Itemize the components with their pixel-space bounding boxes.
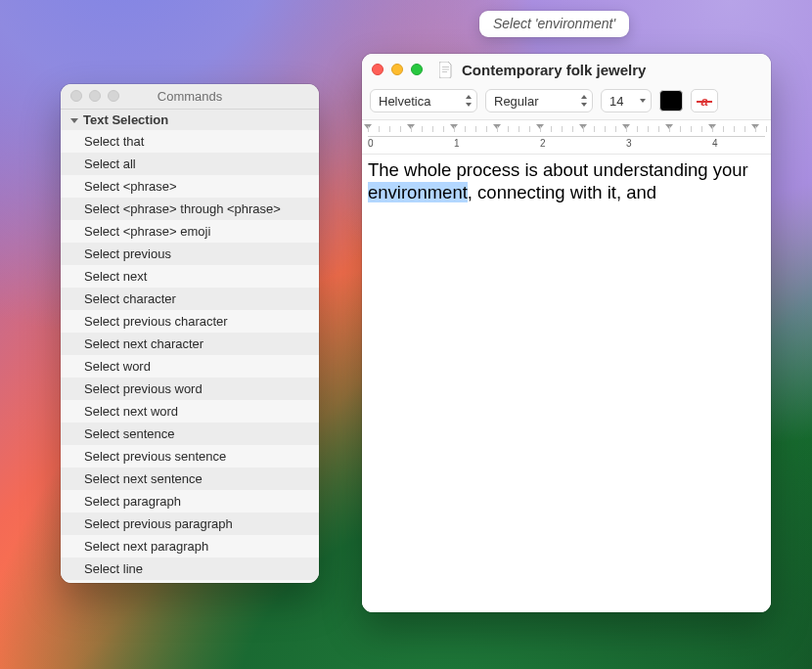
- document-text-after-selection: , connecting with it, and: [468, 182, 656, 202]
- command-row[interactable]: Select <phrase> emoji: [61, 220, 319, 243]
- font-family-value: Helvetica: [371, 94, 432, 109]
- ruler-label: 4: [712, 138, 718, 149]
- command-row[interactable]: Select next sentence: [61, 468, 319, 490]
- commands-section-title: Text Selection: [83, 112, 168, 127]
- siri-voice-text: Select 'environment': [493, 16, 615, 31]
- ruler-label: 2: [540, 138, 546, 149]
- zoom-icon[interactable]: [411, 64, 423, 75]
- font-style-value: Regular: [486, 94, 541, 109]
- svg-rect-2: [442, 71, 447, 72]
- minimize-icon[interactable]: [391, 64, 403, 75]
- command-row[interactable]: Select that: [61, 130, 319, 153]
- updown-arrows-icon: [576, 95, 592, 107]
- command-row[interactable]: Select previous word: [61, 378, 319, 400]
- command-row[interactable]: Select <phrase>: [61, 175, 319, 198]
- command-row[interactable]: Select previous line: [61, 580, 319, 583]
- close-icon[interactable]: [70, 90, 82, 102]
- command-row[interactable]: Select previous sentence: [61, 445, 319, 468]
- commands-titlebar[interactable]: Commands: [61, 84, 319, 110]
- traffic-lights-inactive: [70, 90, 119, 102]
- command-row[interactable]: Select next character: [61, 333, 319, 355]
- strikethrough-button[interactable]: a: [691, 89, 718, 112]
- font-size-value: 14: [602, 94, 625, 109]
- document-body[interactable]: The whole process is about understanding…: [362, 155, 771, 612]
- textedit-window: Contemporary folk jewelry Helvetica Regu…: [362, 54, 771, 612]
- command-row[interactable]: Select next word: [61, 400, 319, 423]
- textedit-titlebar[interactable]: Contemporary folk jewelry: [362, 54, 771, 85]
- commands-list: Select thatSelect allSelect <phrase>Sele…: [61, 130, 319, 583]
- strikethrough-glyph: a: [700, 94, 707, 109]
- minimize-icon[interactable]: [89, 90, 101, 102]
- textedit-ruler[interactable]: 01234: [362, 120, 771, 155]
- command-row[interactable]: Select sentence: [61, 423, 319, 445]
- document-icon: [438, 61, 454, 78]
- command-row[interactable]: Select next paragraph: [61, 535, 319, 558]
- chevron-down-icon[interactable]: [635, 95, 651, 107]
- command-row[interactable]: Select character: [61, 288, 319, 310]
- font-size-field[interactable]: 14: [601, 89, 652, 112]
- font-style-popup[interactable]: Regular: [485, 89, 593, 112]
- ruler-label: 0: [368, 138, 374, 149]
- ruler-label: 1: [454, 138, 460, 149]
- commands-window: Commands Text Selection Select thatSelec…: [61, 84, 319, 583]
- command-row[interactable]: Select word: [61, 355, 319, 378]
- commands-section-header[interactable]: Text Selection: [61, 110, 319, 130]
- ruler-numbers: 01234: [368, 138, 771, 152]
- text-color-well[interactable]: [659, 90, 683, 112]
- command-row[interactable]: Select previous character: [61, 310, 319, 333]
- document-selection: environment: [368, 182, 468, 202]
- svg-rect-0: [442, 67, 449, 67]
- command-row[interactable]: Select previous: [61, 243, 319, 265]
- command-row[interactable]: Select all: [61, 153, 319, 175]
- disclosure-triangle-down-icon[interactable]: [68, 114, 80, 126]
- textedit-document-title: Contemporary folk jewelry: [462, 62, 646, 78]
- desktop-wallpaper: Select 'environment' Commands Text Selec…: [0, 0, 812, 669]
- command-row[interactable]: Select line: [61, 558, 319, 580]
- document-text-before-selection: The whole process is about understanding…: [368, 159, 748, 180]
- updown-arrows-icon: [461, 95, 476, 107]
- font-family-popup[interactable]: Helvetica: [370, 89, 477, 112]
- traffic-lights: [372, 64, 423, 75]
- command-row[interactable]: Select next: [61, 265, 319, 288]
- svg-rect-1: [442, 68, 449, 69]
- close-icon[interactable]: [372, 64, 383, 75]
- command-row[interactable]: Select <phrase> through <phrase>: [61, 198, 319, 220]
- command-row[interactable]: Select previous paragraph: [61, 513, 319, 535]
- siri-voice-bubble: Select 'environment': [479, 11, 629, 37]
- ruler-label: 3: [626, 138, 632, 149]
- textedit-toolbar: Helvetica Regular 14 a: [362, 85, 771, 120]
- zoom-icon[interactable]: [108, 90, 119, 102]
- command-row[interactable]: Select paragraph: [61, 490, 319, 513]
